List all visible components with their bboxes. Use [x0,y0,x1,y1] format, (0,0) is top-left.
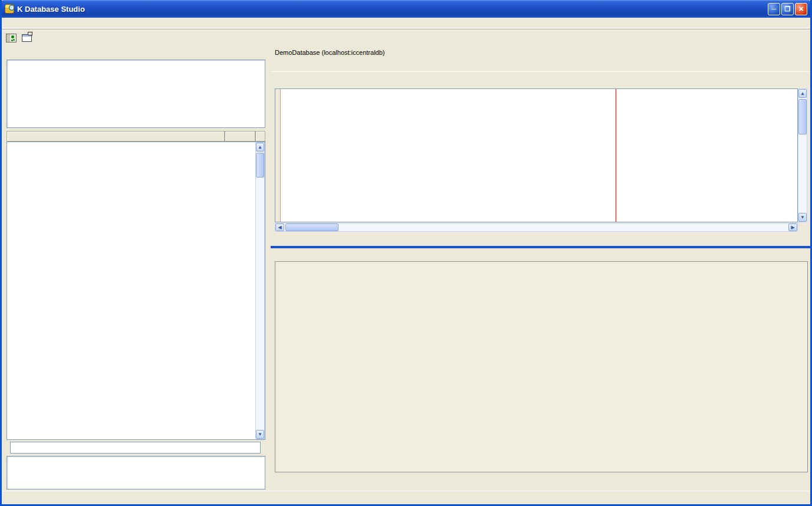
app-window: K Database Studio ─ ❐ ✕ ▲ ▼ DemoDatab [0,0,812,506]
detach-window-button[interactable] [19,31,34,44]
editor-gutter [275,89,281,222]
minimize-button[interactable]: ─ [768,3,780,15]
find-row [6,441,265,455]
scroll-left-icon[interactable]: ◀ [275,224,284,231]
menu-bar [2,18,810,28]
scroll-down-icon[interactable]: ▼ [256,430,264,439]
scroll-up-icon[interactable]: ▲ [256,143,264,152]
tree-scrollbar-thumb[interactable] [256,153,264,178]
exit-icon [6,34,17,42]
object-listbox[interactable] [6,60,265,128]
main-toolbar [2,29,810,45]
window-title: K Database Studio [17,5,85,14]
panel-divider[interactable] [271,246,810,248]
exit-button[interactable] [4,31,18,44]
scroll-down-icon[interactable]: ▼ [798,213,807,222]
tree-header-cell [255,131,265,142]
tree-header-cell[interactable] [6,131,225,142]
editor-hscrollbar[interactable]: ◀ ▶ [275,223,798,232]
detach-window-icon [22,34,32,42]
scroll-up-icon[interactable]: ▲ [798,89,807,98]
sql-editor[interactable] [275,88,798,222]
right-margin-line [616,89,616,222]
connection-caption: DemoDatabase (localhost:iccentraldb) [272,47,808,58]
editor-hscrollbar-thumb[interactable] [285,224,338,231]
close-button[interactable]: ✕ [795,3,807,15]
query-page-tabs [274,234,809,245]
maximize-button[interactable]: ❐ [781,3,794,15]
sql-toolbar [274,73,808,88]
chart [275,261,808,472]
tree-scrollbar[interactable]: ▲ ▼ [255,142,265,439]
scroll-right-icon[interactable]: ▶ [788,224,797,231]
editor-vscrollbar[interactable]: ▲ ▼ [798,88,807,222]
app-icon [5,4,14,14]
find-input[interactable] [10,442,261,454]
editor-vscrollbar-thumb[interactable] [798,99,807,134]
title-bar[interactable]: K Database Studio ─ ❐ ✕ [0,0,812,18]
database-tree[interactable] [6,142,265,440]
status-bar [2,491,810,504]
tree-header-cell[interactable] [225,131,255,142]
tree-header [6,131,265,142]
bottom-left-panel [6,456,265,489]
